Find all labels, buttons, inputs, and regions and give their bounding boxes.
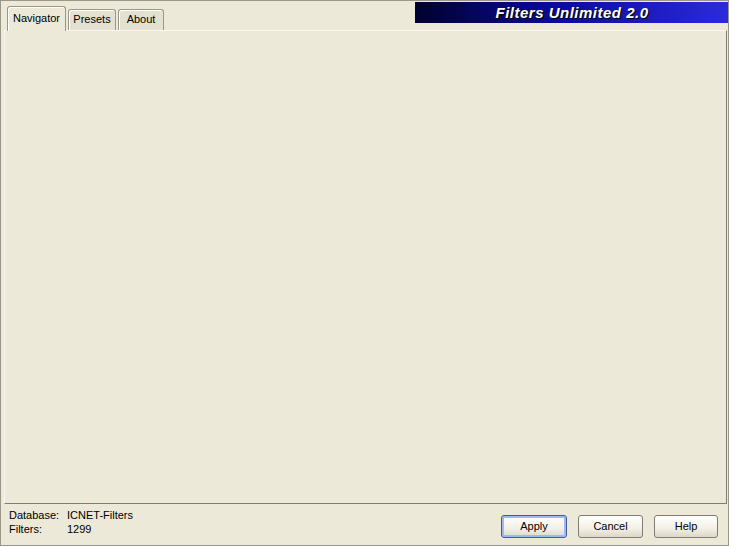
database-status-value: ICNET-Filters (67, 509, 133, 521)
tab-presets-label: Presets (73, 13, 110, 25)
title-banner: Filters Unlimited 2.0 (415, 2, 729, 23)
database-status-label: Database: (9, 508, 67, 522)
window-title: Filters Unlimited 2.0 (495, 4, 648, 21)
filters-status-label: Filters: (9, 522, 67, 536)
navigator-tab-page (4, 30, 727, 504)
cancel-button[interactable]: Cancel (578, 515, 643, 538)
apply-button[interactable]: Apply (501, 515, 567, 538)
filters-status-value: 1299 (67, 523, 91, 535)
tab-about[interactable]: About (118, 9, 164, 30)
filters-unlimited-window: Filters Unlimited 2.0 Navigator Presets … (0, 0, 729, 546)
filters-status: Filters:1299 (9, 522, 133, 536)
tab-navigator-label: Navigator (13, 12, 60, 24)
tab-navigator[interactable]: Navigator (7, 6, 66, 31)
tab-presets[interactable]: Presets (68, 9, 116, 30)
tab-about-label: About (127, 13, 156, 25)
status-area: Database:ICNET-Filters Filters:1299 (9, 508, 133, 536)
help-button[interactable]: Help (654, 515, 718, 538)
database-status: Database:ICNET-Filters (9, 508, 133, 522)
